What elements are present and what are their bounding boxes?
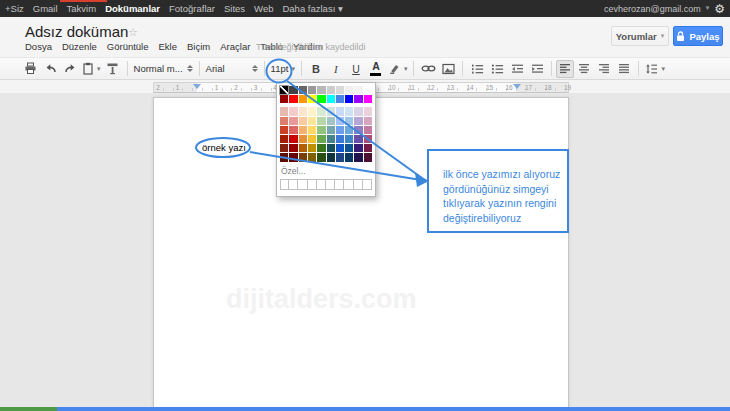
custom-color-slot[interactable] (354, 179, 363, 190)
color-swatch-f9cb9c[interactable] (299, 117, 307, 125)
color-swatch-cc4125[interactable] (280, 126, 288, 134)
color-swatch-0000ff[interactable] (345, 95, 353, 103)
color-swatch-bf9000[interactable] (308, 144, 316, 152)
increase-indent-button[interactable] (527, 60, 547, 78)
google-service-sites[interactable]: Sites (224, 3, 245, 14)
color-swatch-cccccc[interactable] (327, 86, 335, 94)
text-color-button[interactable]: A (366, 60, 386, 78)
color-swatch-666666[interactable] (299, 86, 307, 94)
color-swatch-0b5394[interactable] (345, 144, 353, 152)
decrease-indent-button[interactable] (507, 60, 527, 78)
color-swatch-1c4587[interactable] (336, 153, 344, 161)
bold-button[interactable]: B (306, 60, 326, 78)
google-service-foto-raflar[interactable]: Fotoğraflar (169, 3, 215, 14)
color-swatch-d0e0e3[interactable] (327, 107, 335, 115)
color-swatch-980000[interactable] (280, 95, 288, 103)
color-swatch-dd7e6b[interactable] (280, 117, 288, 125)
color-swatch-ff9900[interactable] (299, 95, 307, 103)
undo-button[interactable] (40, 60, 60, 78)
color-swatch-0c343d[interactable] (327, 153, 335, 161)
custom-color-slot[interactable] (289, 179, 298, 190)
color-swatch-a2c4c9[interactable] (327, 117, 335, 125)
color-swatch-e06666[interactable] (289, 126, 297, 134)
color-swatch-d9ead3[interactable] (317, 107, 325, 115)
color-swatch-f1c232[interactable] (308, 135, 316, 143)
color-swatch-f3f3f3[interactable] (354, 86, 362, 94)
google-service-gmail[interactable]: Gmail (33, 3, 58, 14)
color-swatch-cfe2f3[interactable] (345, 107, 353, 115)
color-swatch-274e13[interactable] (317, 153, 325, 161)
color-swatch-93c47d[interactable] (317, 126, 325, 134)
color-swatch-00ff00[interactable] (317, 95, 325, 103)
color-swatch-8e7cc3[interactable] (354, 126, 362, 134)
color-swatch-85200c[interactable] (280, 144, 288, 152)
line-spacing-button[interactable]: ▾ (643, 60, 667, 78)
font-dropdown[interactable]: Arial (204, 60, 260, 78)
custom-color-slot[interactable] (298, 179, 307, 190)
color-swatch-ead1dc[interactable] (364, 107, 372, 115)
menu-biçim[interactable]: Biçim (187, 41, 210, 52)
bulleted-list-button[interactable] (487, 60, 507, 78)
google-service-dok-manlar[interactable]: Dokümanlar (105, 3, 160, 14)
insert-image-button[interactable] (438, 60, 458, 78)
color-swatch-f4cccc[interactable] (289, 107, 297, 115)
color-swatch-a61c00[interactable] (280, 135, 288, 143)
color-swatch-d9d2e9[interactable] (354, 107, 362, 115)
color-swatch-5b0f00[interactable] (280, 153, 288, 161)
menu-düzenle[interactable]: Düzenle (62, 41, 97, 52)
color-swatch-6d9eeb[interactable] (336, 126, 344, 134)
menu-dosya[interactable]: Dosya (25, 41, 52, 52)
color-swatch-b7b7b7[interactable] (317, 86, 325, 94)
color-swatch-674ea7[interactable] (354, 135, 362, 143)
color-swatch-660000[interactable] (289, 153, 297, 161)
gear-icon[interactable]: ⚙ (714, 3, 725, 15)
color-swatch-cc0000[interactable] (289, 135, 297, 143)
color-swatch-ffd966[interactable] (308, 126, 316, 134)
color-swatch-efefef[interactable] (345, 86, 353, 94)
menu-araçlar[interactable]: Araçlar (220, 41, 250, 52)
color-swatch-d5a6bd[interactable] (364, 117, 372, 125)
custom-color-slot[interactable] (344, 179, 353, 190)
align-right-button[interactable] (594, 60, 614, 78)
color-swatch-ff00ff[interactable] (364, 95, 372, 103)
align-left-button[interactable] (556, 60, 574, 78)
color-swatch-7f6000[interactable] (308, 153, 316, 161)
document-title[interactable]: Adsız doküman (25, 23, 128, 40)
color-swatch-fff2cc[interactable] (308, 107, 316, 115)
color-swatch-134f5c[interactable] (327, 144, 335, 152)
color-swatch-ea9999[interactable] (289, 117, 297, 125)
highlight-color-button[interactable]: ▾ (386, 60, 410, 78)
color-swatch-999999[interactable] (308, 86, 316, 94)
color-swatch-741b47[interactable] (364, 144, 372, 152)
color-swatch-a64d79[interactable] (364, 135, 372, 143)
custom-color-slot[interactable] (326, 179, 335, 190)
color-swatch-990000[interactable] (289, 144, 297, 152)
color-swatch-ffe599[interactable] (308, 117, 316, 125)
left-indent-marker[interactable] (193, 84, 201, 89)
color-swatch-b45f06[interactable] (299, 144, 307, 152)
color-swatch-00ffff[interactable] (327, 95, 335, 103)
underline-button[interactable]: U (346, 60, 366, 78)
color-swatch-4c1130[interactable] (364, 153, 372, 161)
color-swatch-c9daf8[interactable] (336, 107, 344, 115)
color-swatch-783f04[interactable] (299, 153, 307, 161)
color-swatch-a4c2f4[interactable] (336, 117, 344, 125)
color-swatch-d9d9d9[interactable] (336, 86, 344, 94)
custom-color-slot[interactable] (335, 179, 344, 190)
custom-color-slot[interactable] (280, 179, 289, 190)
color-swatch-e6b8af[interactable] (280, 107, 288, 115)
color-swatch-351c75[interactable] (354, 144, 362, 152)
color-swatch-76a5af[interactable] (327, 126, 335, 134)
web-clipboard-button[interactable]: ▾ (80, 60, 103, 78)
color-swatch-ff0000[interactable] (289, 95, 297, 103)
color-swatch-e69138[interactable] (299, 135, 307, 143)
google-service-web[interactable]: Web (254, 3, 273, 14)
right-indent-marker[interactable] (513, 84, 521, 89)
italic-button[interactable]: I (326, 60, 346, 78)
custom-color-slot[interactable] (363, 179, 372, 190)
paint-format-button[interactable] (103, 60, 123, 78)
custom-color-slot[interactable] (317, 179, 326, 190)
color-swatch-3c78d8[interactable] (336, 135, 344, 143)
color-swatch-6fa8dc[interactable] (345, 126, 353, 134)
color-swatch-b4a7d6[interactable] (354, 117, 362, 125)
